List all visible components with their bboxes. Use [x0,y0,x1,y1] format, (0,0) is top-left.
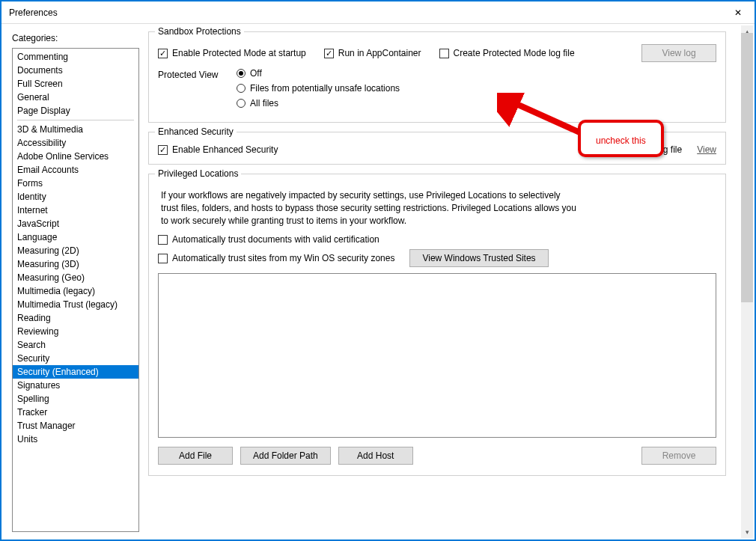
privileged-group-title: Privileged Locations [155,168,241,179]
radio-icon [237,99,246,108]
sidebar-item[interactable]: Measuring (Geo) [13,271,138,284]
scrollbar-thumb[interactable] [741,33,753,302]
auto-trust-cert-label: Automatically trust documents with valid… [172,234,379,245]
checkbox-icon [158,254,168,263]
radio-icon [237,84,246,93]
auto-trust-zones-checkbox[interactable]: Automatically trust sites from my Win OS… [158,253,394,263]
categories-listbox[interactable]: CommentingDocumentsFull ScreenGeneralPag… [12,48,139,532]
protected-view-label: Protected View [158,68,222,80]
enhanced-view-link[interactable]: View [697,144,716,155]
scrollbar-track[interactable]: ▴ ▾ [741,25,753,538]
pv-all-radio[interactable]: All files [237,98,400,108]
enable-enhanced-security-checkbox[interactable]: ✓ Enable Enhanced Security [158,144,278,155]
sidebar-item[interactable]: Accessibility [13,136,138,150]
sidebar-item[interactable]: Measuring (3D) [13,257,138,271]
close-icon: ✕ [734,7,742,18]
sidebar-item[interactable]: 3D & Multimedia [13,123,138,136]
content-area: Sandbox Protections ✓ Enable Protected M… [144,24,755,540]
sidebar-item[interactable]: Reviewing [13,325,138,338]
enable-enhanced-security-label: Enable Enhanced Security [172,144,278,155]
add-host-button[interactable]: Add Host [338,447,413,465]
sandbox-protections-group: Sandbox Protections ✓ Enable Protected M… [148,31,726,123]
pv-all-label: All files [250,98,278,108]
sidebar-item[interactable]: Units [13,433,138,446]
privileged-description: If your workflows are negatively impacte… [161,189,580,227]
enhanced-group-title: Enhanced Security [155,126,237,137]
checkbox-icon: ✓ [158,49,168,58]
sidebar-item[interactable]: Signatures [13,379,138,392]
run-appcontainer-checkbox[interactable]: ✓ Run in AppContainer [324,48,421,58]
privileged-locations-listbox[interactable] [158,273,716,438]
sidebar-item[interactable]: Adobe Online Services [13,150,138,163]
sidebar-item[interactable]: Multimedia Trust (legacy) [13,298,138,311]
dialog-body: Categories: CommentingDocumentsFull Scre… [1,24,755,540]
annotation-callout: uncheck this [578,120,664,157]
window-close-button[interactable]: ✕ [722,1,755,24]
sidebar-item[interactable]: Reading [13,311,138,325]
annotation-text: uncheck this [596,135,646,146]
sidebar-item[interactable]: Language [13,230,138,244]
checkbox-icon: ✓ [324,49,334,58]
auto-trust-cert-checkbox[interactable]: Automatically trust documents with valid… [158,234,379,245]
sidebar-item[interactable]: Commenting [13,50,138,64]
pv-unsafe-radio[interactable]: Files from potentially unsafe locations [237,83,400,94]
content-scroll: Sandbox Protections ✓ Enable Protected M… [144,24,755,540]
sidebar-item[interactable]: Internet [13,204,138,217]
add-file-button[interactable]: Add File [158,447,233,465]
sidebar-item[interactable]: Multimedia (legacy) [13,284,138,298]
sidebar-item[interactable]: Spelling [13,392,138,406]
sidebar-item[interactable]: Security (Enhanced) [13,365,138,379]
enable-protected-mode-checkbox[interactable]: ✓ Enable Protected Mode at startup [158,48,306,58]
pv-off-label: Off [250,68,262,79]
titlebar: Preferences ✕ [1,1,755,24]
view-log-button[interactable]: View log [641,44,716,62]
sidebar-item[interactable]: General [13,91,138,104]
enable-protected-mode-label: Enable Protected Mode at startup [172,48,306,58]
privileged-locations-group: Privileged Locations If your workflows a… [148,174,726,476]
create-log-checkbox[interactable]: Create Protected Mode log file [439,48,575,58]
pv-off-radio[interactable]: Off [237,68,400,79]
sidebar-item[interactable]: Page Display [13,104,138,117]
radio-icon [237,69,246,78]
view-windows-trusted-sites-button[interactable]: View Windows Trusted Sites [409,249,548,267]
sidebar-item[interactable]: Identity [13,190,138,204]
remove-button[interactable]: Remove [641,447,716,465]
sidebar-item[interactable]: Security [13,352,138,365]
sidebar: Categories: CommentingDocumentsFull Scre… [1,24,144,540]
sidebar-item[interactable]: Full Screen [13,77,138,91]
pv-unsafe-label: Files from potentially unsafe locations [250,83,400,94]
sandbox-group-title: Sandbox Protections [155,26,244,37]
sidebar-item[interactable]: JavaScript [13,217,138,230]
sidebar-item[interactable]: Trust Manager [13,419,138,433]
auto-trust-zones-label: Automatically trust sites from my Win OS… [172,253,394,263]
sidebar-item[interactable]: Measuring (2D) [13,244,138,257]
checkbox-icon [439,49,449,58]
scrollbar-down-icon[interactable]: ▾ [741,526,753,538]
add-folder-path-button[interactable]: Add Folder Path [240,447,331,465]
sidebar-item[interactable]: Tracker [13,406,138,419]
checkbox-icon: ✓ [158,145,168,155]
sidebar-separator [17,120,134,120]
categories-label: Categories: [12,33,139,43]
sidebar-item[interactable]: Forms [13,177,138,190]
run-appcontainer-label: Run in AppContainer [338,48,421,58]
sidebar-item[interactable]: Search [13,338,138,352]
sidebar-item[interactable]: Email Accounts [13,163,138,177]
create-log-label: Create Protected Mode log file [454,48,575,58]
window-title: Preferences [9,7,58,18]
checkbox-icon [158,235,168,245]
sidebar-item[interactable]: Documents [13,64,138,77]
